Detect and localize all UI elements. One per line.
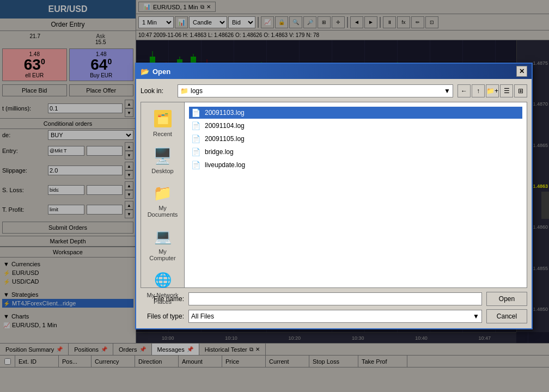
dialog-title: 📂 Open bbox=[141, 68, 170, 76]
file-icon-3: 📄 bbox=[191, 134, 200, 143]
file-list: 📄 20091103.log 📄 20091104.log 📄 20091105… bbox=[185, 102, 527, 287]
files-of-type-row: Files of type: All Files ▼ Cancel bbox=[141, 309, 527, 324]
file-name-2: 20091104.log bbox=[205, 122, 245, 130]
cancel-button[interactable]: Cancel bbox=[486, 309, 527, 323]
dialog-footer: File name: Open Files of type: All Files… bbox=[141, 291, 527, 324]
file-item-bridge[interactable]: 📄 bridge.log bbox=[189, 146, 522, 158]
file-item-20091105[interactable]: 📄 20091105.log bbox=[189, 133, 522, 145]
new-folder-btn[interactable]: 📁+ bbox=[486, 84, 499, 97]
look-in-select[interactable]: 📁 logs ▼ bbox=[178, 84, 453, 97]
dropdown-arrow: ▼ bbox=[473, 313, 479, 320]
files-of-type-value: All Files bbox=[191, 313, 214, 320]
file-item-20091104[interactable]: 📄 20091104.log bbox=[189, 120, 522, 132]
nav-my-documents-label: My Documents bbox=[146, 205, 180, 218]
file-icon-5: 📄 bbox=[191, 161, 200, 169]
file-name-label: File name: bbox=[141, 295, 184, 303]
file-icon-1: 📄 bbox=[191, 108, 200, 117]
nav-recent-label: Recent bbox=[153, 131, 172, 137]
list-view-btn[interactable]: ☰ bbox=[500, 84, 513, 97]
dialog-title-icon: 📂 bbox=[141, 68, 149, 76]
open-button[interactable]: Open bbox=[486, 292, 527, 306]
dialog-title-text: Open bbox=[152, 68, 170, 76]
nav-my-computer-label: My Computer bbox=[146, 248, 180, 261]
look-in-value: logs bbox=[191, 87, 442, 95]
file-item-liveupdate[interactable]: 📄 liveupdate.log bbox=[189, 159, 522, 171]
nav-my-computer[interactable]: 💻 My Computer bbox=[144, 224, 182, 264]
dialog-content: 🗂️ Recent 🖥️ Desktop 📁 My Documents bbox=[141, 102, 527, 288]
dialog-titlebar: 📂 Open ✕ bbox=[136, 64, 532, 79]
look-in-label: Look in: bbox=[141, 87, 173, 95]
file-name-1: 20091103.log bbox=[205, 109, 245, 117]
file-name-5: liveupdate.log bbox=[205, 161, 245, 169]
back-btn[interactable]: ← bbox=[457, 84, 471, 97]
look-in-row: Look in: 📁 logs ▼ ← ↑ 📁+ ☰ ⊞ bbox=[141, 83, 527, 99]
nav-desktop-label: Desktop bbox=[151, 168, 173, 174]
look-in-toolbar: ← ↑ 📁+ ☰ ⊞ bbox=[457, 84, 527, 97]
nav-desktop[interactable]: 🖥️ Desktop bbox=[144, 144, 182, 176]
nav-recent[interactable]: 🗂️ Recent bbox=[144, 107, 182, 139]
dialog-body: Look in: 📁 logs ▼ ← ↑ 📁+ ☰ ⊞ 🗂️ bbox=[136, 79, 532, 328]
file-icon-2: 📄 bbox=[191, 121, 200, 130]
dropdown-icon: ▼ bbox=[444, 87, 450, 95]
up-btn[interactable]: ↑ bbox=[472, 84, 485, 97]
nav-my-documents[interactable]: 📁 My Documents bbox=[144, 181, 182, 220]
files-of-type-label: Files of type: bbox=[141, 313, 184, 320]
file-name-input[interactable] bbox=[188, 292, 482, 305]
file-name-4: bridge.log bbox=[205, 148, 234, 156]
files-of-type-select[interactable]: All Files ▼ bbox=[188, 310, 482, 323]
file-name-3: 20091105.log bbox=[205, 135, 245, 143]
dialog-sidebar: 🗂️ Recent 🖥️ Desktop 📁 My Documents bbox=[141, 102, 185, 287]
file-item-20091103[interactable]: 📄 20091103.log bbox=[189, 107, 522, 119]
file-name-row: File name: Open bbox=[141, 291, 527, 307]
dialog-close-button[interactable]: ✕ bbox=[516, 66, 527, 77]
file-icon-4: 📄 bbox=[191, 148, 200, 156]
open-dialog: 📂 Open ✕ Look in: 📁 logs ▼ ← ↑ 📁+ ☰ ⊞ bbox=[135, 63, 533, 329]
detail-view-btn[interactable]: ⊞ bbox=[514, 84, 527, 97]
